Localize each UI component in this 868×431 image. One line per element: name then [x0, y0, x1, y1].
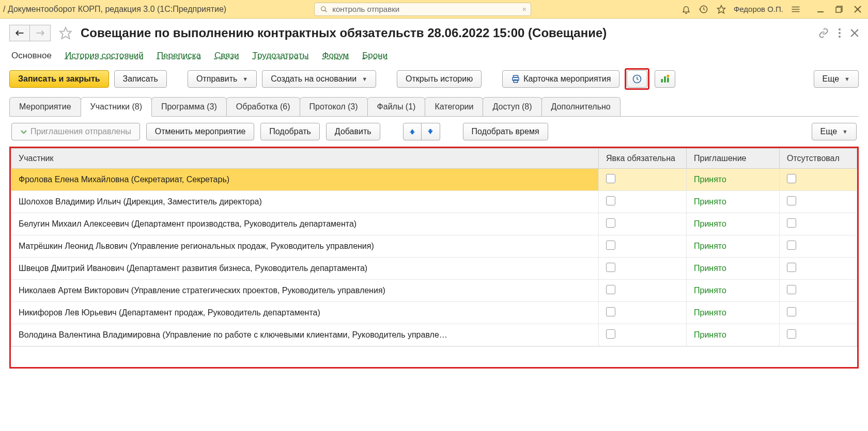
- cell-absent[interactable]: [780, 324, 857, 346]
- invitations-sent-button[interactable]: Приглашения отправлены: [11, 123, 140, 140]
- username[interactable]: Федоров О.П.: [734, 5, 783, 13]
- checkbox[interactable]: [787, 285, 796, 294]
- pick-button[interactable]: Подобрать: [260, 123, 320, 140]
- window-restore-icon[interactable]: [834, 4, 844, 14]
- tab-program[interactable]: Программа (3): [151, 97, 227, 116]
- tab-additional[interactable]: Дополнительно: [541, 97, 621, 116]
- nav-back-button[interactable]: [9, 25, 30, 41]
- tab-protocol[interactable]: Протокол (3): [300, 97, 368, 116]
- send-button[interactable]: Отправить▼: [188, 70, 257, 88]
- section-link-labor[interactable]: Трудозатраты: [253, 51, 309, 61]
- checkbox[interactable]: [606, 307, 615, 316]
- section-link-forum[interactable]: Форум: [322, 51, 349, 61]
- tab-categories[interactable]: Категории: [425, 97, 483, 116]
- checkbox[interactable]: [606, 285, 615, 294]
- menu-icon[interactable]: [791, 4, 801, 14]
- tab-event[interactable]: Мероприятие: [9, 97, 81, 116]
- cell-absent[interactable]: [780, 191, 857, 213]
- cell-absent[interactable]: [780, 169, 857, 191]
- cell-attendance[interactable]: [599, 302, 687, 324]
- cell-attendance[interactable]: [599, 258, 687, 280]
- table-row[interactable]: Фролова Елена Михайловна (Секретариат, С…: [11, 169, 857, 191]
- pick-time-button[interactable]: Подобрать время: [463, 123, 548, 140]
- cell-absent[interactable]: [780, 302, 857, 324]
- checkbox[interactable]: [787, 241, 796, 250]
- clock-button[interactable]: [627, 70, 647, 88]
- table-row[interactable]: Никифоров Лев Юрьевич (Департамент прода…: [11, 302, 857, 324]
- checkbox[interactable]: [606, 263, 615, 272]
- svg-marker-30: [428, 131, 433, 134]
- col-invitation[interactable]: Приглашение: [687, 149, 780, 169]
- cell-attendance[interactable]: [599, 235, 687, 258]
- favorite-star-icon[interactable]: [56, 26, 75, 40]
- table-row[interactable]: Николаев Артем Викторович (Управление ст…: [11, 280, 857, 302]
- checkbox[interactable]: [606, 218, 615, 228]
- cell-participant: Шолохов Владимир Ильич (Дирекция, Замест…: [11, 191, 599, 213]
- subtoolbar-more-button[interactable]: Еще▼: [812, 123, 857, 140]
- table-row[interactable]: Белугин Михаил Алексеевич (Департамент п…: [11, 213, 857, 235]
- table-row[interactable]: Шолохов Владимир Ильич (Дирекция, Замест…: [11, 191, 857, 213]
- window-close-icon[interactable]: [853, 4, 863, 14]
- cell-invitation: Принято: [687, 235, 780, 258]
- cell-absent[interactable]: [780, 235, 857, 258]
- cell-attendance[interactable]: [599, 191, 687, 213]
- move-up-button[interactable]: [403, 123, 422, 140]
- table-row[interactable]: Матрёшкин Леонид Львович (Управление рег…: [11, 235, 857, 258]
- checkbox[interactable]: [787, 263, 796, 272]
- event-card-button[interactable]: Карточка мероприятия: [502, 70, 619, 88]
- star-icon[interactable]: [716, 4, 726, 14]
- save-button[interactable]: Записать: [114, 70, 167, 88]
- move-down-button[interactable]: [422, 123, 440, 140]
- section-link-history[interactable]: История состояний: [65, 51, 144, 61]
- table-row[interactable]: Швецов Дмитрий Иванович (Департамент раз…: [11, 258, 857, 280]
- svg-marker-27: [410, 129, 415, 133]
- section-link-correspondence[interactable]: Переписка: [157, 51, 201, 61]
- history-icon[interactable]: [699, 4, 709, 14]
- cell-attendance[interactable]: [599, 324, 687, 346]
- chart-button[interactable]: [655, 70, 675, 88]
- cell-attendance[interactable]: [599, 213, 687, 235]
- cell-invitation: Принято: [687, 213, 780, 235]
- global-search[interactable]: контроль отправки ×: [314, 3, 531, 16]
- save-close-button[interactable]: Записать и закрыть: [9, 70, 109, 88]
- add-button[interactable]: Добавить: [326, 123, 380, 140]
- checkbox[interactable]: [606, 329, 615, 339]
- checkbox[interactable]: [606, 241, 615, 250]
- table-row[interactable]: Володина Валентина Владимировна (Управле…: [11, 324, 857, 346]
- more-button[interactable]: Еще▼: [814, 70, 859, 88]
- checkbox[interactable]: [787, 218, 796, 228]
- link-icon[interactable]: [818, 28, 829, 38]
- close-page-icon[interactable]: [850, 29, 859, 37]
- section-link-bookings[interactable]: Брони: [362, 51, 388, 61]
- tab-access[interactable]: Доступ (8): [483, 97, 541, 116]
- create-based-on-button[interactable]: Создать на основании▼: [262, 70, 376, 88]
- cell-absent[interactable]: [780, 213, 857, 235]
- section-link-relations[interactable]: Связи: [214, 51, 239, 61]
- section-link-main[interactable]: Основное: [11, 51, 52, 61]
- svg-rect-29: [429, 129, 431, 131]
- kebab-icon[interactable]: [838, 28, 841, 38]
- tab-participants[interactable]: Участники (8): [81, 97, 152, 117]
- bell-icon[interactable]: [681, 4, 691, 14]
- cell-absent[interactable]: [780, 258, 857, 280]
- nav-forward-button[interactable]: [30, 25, 51, 41]
- open-history-button[interactable]: Открыть историю: [397, 70, 482, 88]
- cell-participant: Володина Валентина Владимировна (Управле…: [11, 324, 599, 346]
- cell-absent[interactable]: [780, 280, 857, 302]
- checkbox[interactable]: [787, 307, 796, 316]
- checkbox[interactable]: [787, 329, 796, 339]
- col-participant[interactable]: Участник: [11, 149, 599, 169]
- checkbox[interactable]: [606, 174, 615, 183]
- checkbox[interactable]: [606, 196, 615, 205]
- tab-processing[interactable]: Обработка (6): [226, 97, 300, 116]
- tab-files[interactable]: Файлы (1): [367, 97, 426, 116]
- cancel-event-button[interactable]: Отменить мероприятие: [146, 123, 255, 140]
- window-minimize-icon[interactable]: [815, 4, 826, 14]
- checkbox[interactable]: [787, 196, 796, 205]
- col-attendance[interactable]: Явка обязательна: [599, 149, 687, 169]
- cell-attendance[interactable]: [599, 280, 687, 302]
- clear-search-icon[interactable]: ×: [522, 5, 526, 13]
- cell-attendance[interactable]: [599, 169, 687, 191]
- col-absent[interactable]: Отсутствовал: [780, 149, 857, 169]
- checkbox[interactable]: [787, 174, 796, 183]
